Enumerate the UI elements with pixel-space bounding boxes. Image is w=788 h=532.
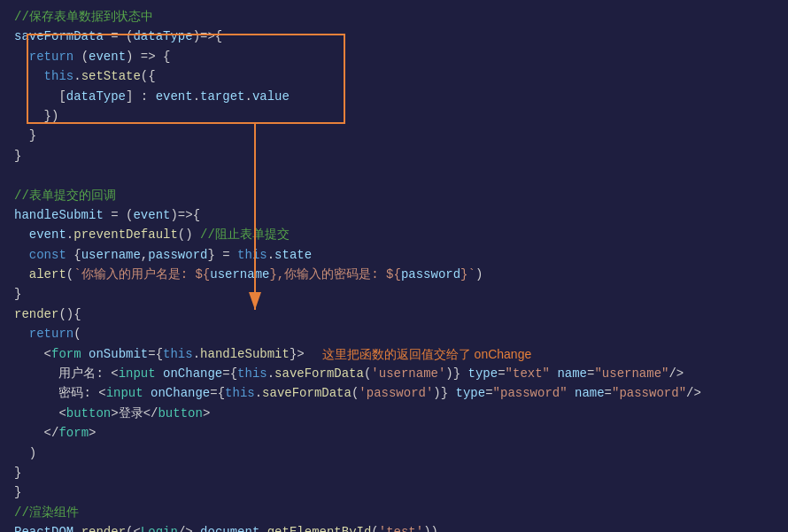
code-line-12: event.preventDefault() //阻止表单提交 — [0, 225, 788, 244]
code-line-6: }) — [0, 106, 788, 126]
code-line-11: handleSubmit = (event)=>{ — [0, 205, 788, 225]
code-line-1: //保存表单数据到状态中 — [0, 7, 788, 27]
code-line-23: ) — [0, 443, 788, 463]
code-line-18: <form onSubmit={this.handleSubmit}> 这里把函… — [0, 344, 788, 364]
code-line-25: } — [0, 482, 788, 502]
code-line-13: const {username,password} = this.state — [0, 245, 788, 265]
code-line-21: <button>登录</button> — [0, 404, 788, 423]
code-line-4: this.setState({ — [0, 66, 788, 86]
code-line-2: saveFormData = (dataType)=>{ — [0, 27, 788, 46]
code-line-17: return( — [0, 324, 788, 343]
code-line-7: } — [0, 126, 788, 145]
code-line-3: return (event) => { — [0, 47, 788, 66]
code-line-20: 密码: <input onChange={this.saveFormData('… — [0, 383, 788, 403]
comment-save-form: //保存表单数据到状态中 — [14, 7, 153, 27]
code-line-24: } — [0, 463, 788, 482]
code-line-10: //表单提交的回调 — [0, 186, 788, 205]
code-line-14: alert(`你输入的用户名是: ${username},你输入的密码是: ${… — [0, 265, 788, 284]
code-line-22: </form> — [0, 423, 788, 443]
code-line-9 — [0, 166, 788, 185]
code-line-8: } — [0, 146, 788, 166]
code-line-27: ReactDOM.render(<Login/>,document.getEle… — [0, 522, 788, 532]
code-line-5: [dataType] : event.target.value — [0, 87, 788, 106]
code-line-15: } — [0, 284, 788, 304]
annotation-text: 这里把函数的返回值交给了 onChange — [322, 344, 532, 364]
code-line-19: 用户名: <input onChange={this.saveFormData(… — [0, 364, 788, 383]
code-editor: //保存表单数据到状态中 saveFormData = (dataType)=>… — [0, 0, 788, 532]
code-line-16: render(){ — [0, 305, 788, 324]
code-line-26: //渲染组件 — [0, 503, 788, 522]
